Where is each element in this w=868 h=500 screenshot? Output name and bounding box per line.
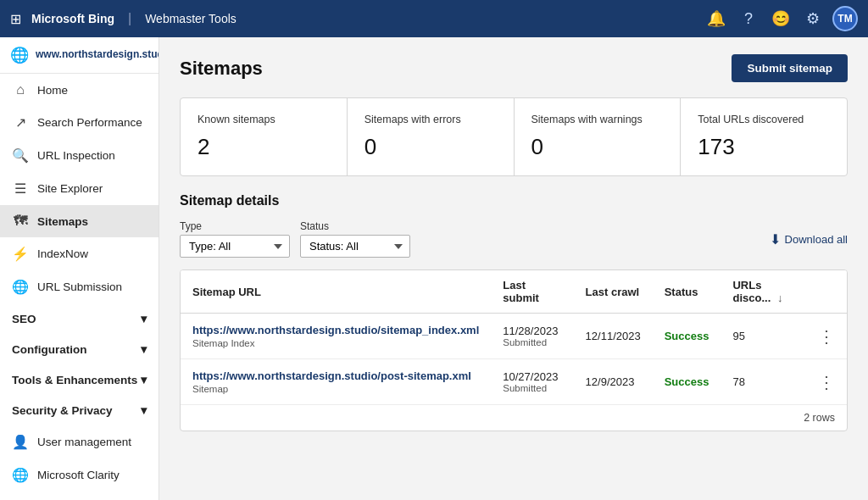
sidebar-item-user-management[interactable]: 👤 User management — [0, 425, 159, 458]
submit-sitemap-button[interactable]: Submit sitemap — [732, 54, 848, 82]
stat-known-sitemaps-label: Known sitemaps — [198, 114, 330, 125]
sidebar: 🌐 www.northstardesign.studio/ ▾ ⌂ Home ↗… — [0, 37, 159, 500]
brand-name: Microsoft Bing — [31, 12, 114, 25]
row-count: 2 rows — [804, 412, 835, 424]
avatar[interactable]: TM — [832, 6, 858, 31]
type-filter-label: Type — [180, 220, 290, 232]
stat-sitemaps-warnings: Sitemaps with warnings 0 — [515, 98, 682, 175]
site-globe-icon: 🌐 — [10, 46, 29, 64]
row1-menu[interactable]: ⋮ — [806, 314, 847, 359]
col-urls-discovered[interactable]: URLs disco... ↓ — [721, 270, 806, 314]
stat-total-urls: Total URLs discovered 173 — [681, 98, 847, 175]
sidebar-item-site-explorer[interactable]: ☰ Site Explorer — [0, 172, 159, 205]
row2-type: Sitemap — [192, 384, 479, 394]
stat-sitemaps-errors: Sitemaps with errors 0 — [348, 98, 515, 175]
col-last-submit: Last submit — [491, 270, 573, 314]
sitemaps-table: Sitemap URL Last submit Last crawl Statu… — [181, 270, 847, 404]
content-header: Sitemaps Submit sitemap — [180, 54, 848, 82]
section-title: Sitemap details — [180, 193, 848, 208]
stat-sitemaps-warnings-label: Sitemaps with warnings — [531, 114, 664, 125]
stat-sitemaps-errors-label: Sitemaps with errors — [364, 114, 497, 125]
row1-url-cell: https://www.northstardesign.studio/sitem… — [181, 314, 491, 359]
topbar-actions: 🔔 ? 😊 ⚙ TM — [704, 6, 858, 31]
table-header-row: Sitemap URL Last submit Last crawl Statu… — [181, 270, 847, 314]
table-row: https://www.northstardesign.studio/sitem… — [181, 314, 847, 359]
stats-row: Known sitemaps 2 Sitemaps with errors 0 … — [180, 97, 848, 176]
row1-menu-icon[interactable]: ⋮ — [818, 326, 835, 347]
row2-url: https://www.northstardesign.studio/post-… — [192, 369, 479, 382]
filter-row: Type Type: All Status Status: All ⬇ Down… — [180, 220, 848, 258]
main-layout: 🌐 www.northstardesign.studio/ ▾ ⌂ Home ↗… — [0, 37, 868, 500]
table-footer: 2 rows — [181, 404, 847, 431]
sidebar-section-security-privacy[interactable]: Security & Privacy ▾ — [0, 395, 159, 425]
table-row: https://www.northstardesign.studio/post-… — [181, 359, 847, 405]
download-all-link[interactable]: ⬇ Download all — [770, 231, 848, 247]
col-actions — [806, 270, 847, 314]
topbar-divider: | — [128, 11, 131, 26]
tools-chevron-icon: ▾ — [141, 373, 147, 386]
row1-type: Sitemap Index — [192, 338, 479, 348]
row2-url-cell: https://www.northstardesign.studio/post-… — [181, 359, 491, 405]
search-performance-icon: ↗ — [12, 114, 29, 131]
product-name: Webmaster Tools — [145, 12, 236, 25]
row1-last-crawl: 12/11/2023 — [574, 314, 653, 359]
stat-total-urls-value: 173 — [698, 134, 830, 160]
sidebar-section-seo[interactable]: SEO ▾ — [0, 303, 159, 334]
row1-url: https://www.northstardesign.studio/sitem… — [192, 324, 479, 336]
indexnow-icon: ⚡ — [12, 246, 29, 262]
stat-sitemaps-warnings-value: 0 — [531, 134, 664, 160]
row2-last-crawl: 12/9/2023 — [574, 359, 653, 405]
sidebar-item-search-performance[interactable]: ↗ Search Performance — [0, 106, 159, 139]
notifications-icon[interactable]: 🔔 — [704, 6, 729, 31]
download-icon: ⬇ — [770, 231, 781, 247]
site-name: www.northstardesign.studio/ — [36, 48, 159, 62]
site-selector[interactable]: 🌐 www.northstardesign.studio/ ▾ — [0, 37, 159, 74]
sidebar-section-tools-enhancements[interactable]: Tools & Enhancements ▾ — [0, 364, 159, 395]
type-filter-select[interactable]: Type: All — [180, 235, 290, 258]
config-chevron-icon: ▾ — [141, 342, 147, 356]
stat-known-sitemaps: Known sitemaps 2 — [181, 98, 348, 175]
microsoft-clarity-icon: 🌐 — [12, 467, 29, 483]
sitemap-details-section: Sitemap details Type Type: All Status St… — [180, 193, 848, 431]
home-icon: ⌂ — [12, 82, 29, 97]
status-filter-label: Status — [300, 220, 410, 232]
sort-icon: ↓ — [777, 292, 783, 304]
col-status: Status — [653, 270, 721, 314]
sidebar-item-url-submission[interactable]: 🌐 URL Submission — [0, 270, 159, 303]
grid-icon: ⊞ — [10, 11, 21, 27]
status-filter-group: Status Status: All — [300, 220, 410, 258]
row2-urls: 78 — [721, 359, 806, 405]
settings-icon[interactable]: ⚙ — [800, 6, 826, 31]
sidebar-item-url-inspection[interactable]: 🔍 URL Inspection — [0, 139, 159, 172]
url-inspection-icon: 🔍 — [12, 147, 29, 164]
user-management-icon: 👤 — [12, 434, 29, 450]
sitemaps-table-container: Sitemap URL Last submit Last crawl Statu… — [180, 269, 848, 431]
col-sitemap-url: Sitemap URL — [181, 270, 491, 314]
type-filter-group: Type Type: All — [180, 220, 290, 258]
sidebar-item-sitemaps[interactable]: 🗺 Sitemaps — [0, 205, 159, 237]
seo-chevron-icon: ▾ — [141, 312, 147, 325]
download-all-label: Download all — [785, 233, 848, 246]
site-explorer-icon: ☰ — [12, 181, 29, 197]
row2-menu-icon[interactable]: ⋮ — [818, 372, 835, 392]
url-submission-icon: 🌐 — [12, 279, 29, 295]
emoji-icon[interactable]: 😊 — [768, 6, 793, 31]
sidebar-item-home[interactable]: ⌂ Home — [0, 74, 159, 106]
topbar: ⊞ Microsoft Bing | Webmaster Tools 🔔 ? 😊… — [0, 0, 868, 37]
row1-last-submit: 11/28/2023 Submitted — [491, 314, 573, 359]
stat-sitemaps-errors-value: 0 — [364, 134, 497, 160]
row2-status: Success — [653, 359, 721, 405]
row1-urls: 95 — [721, 314, 806, 359]
row2-menu[interactable]: ⋮ — [806, 359, 847, 405]
sidebar-item-microsoft-clarity[interactable]: 🌐 Microsoft Clarity — [0, 458, 159, 492]
help-icon[interactable]: ? — [736, 6, 761, 31]
content-area: Sitemaps Submit sitemap Known sitemaps 2… — [159, 37, 868, 500]
col-last-crawl: Last crawl — [574, 270, 653, 314]
security-chevron-icon: ▾ — [141, 403, 147, 417]
sidebar-item-indexnow[interactable]: ⚡ IndexNow — [0, 237, 159, 270]
page-title: Sitemaps — [180, 58, 263, 80]
sidebar-section-configuration[interactable]: Configuration ▾ — [0, 334, 159, 364]
row2-last-submit: 10/27/2023 Submitted — [491, 359, 573, 405]
sitemaps-icon: 🗺 — [12, 214, 29, 229]
status-filter-select[interactable]: Status: All — [300, 235, 410, 258]
